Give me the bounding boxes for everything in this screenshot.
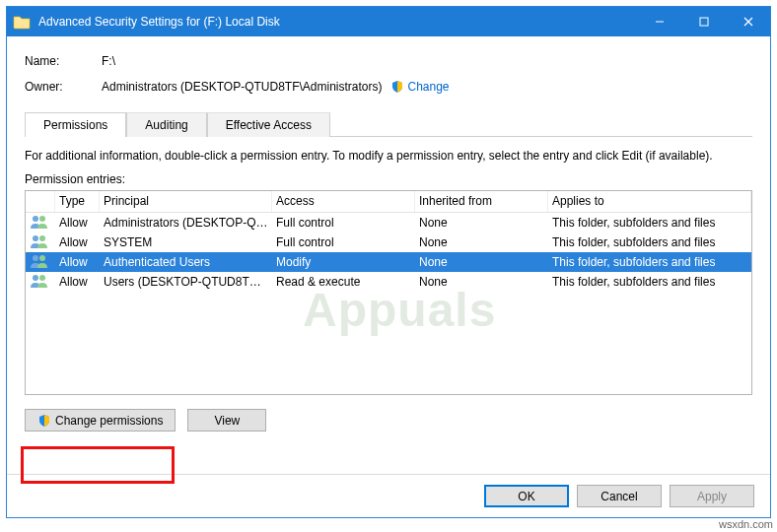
svg-point-4 — [39, 235, 45, 241]
folder-icon — [13, 14, 31, 30]
cell-inherited: None — [415, 233, 548, 251]
col-type[interactable]: Type — [55, 191, 100, 212]
cell-type: Allow — [55, 214, 100, 232]
cell-applies: This folder, subfolders and files — [548, 253, 751, 271]
shield-icon — [390, 80, 404, 94]
svg-rect-0 — [700, 18, 708, 26]
entries-label: Permission entries: — [25, 172, 752, 186]
grid-header: Type Principal Access Inherited from App… — [26, 191, 751, 213]
tabs: Permissions Auditing Effective Access — [25, 111, 752, 137]
security-settings-window: Advanced Security Settings for (F:) Loca… — [6, 6, 771, 518]
tab-permissions[interactable]: Permissions — [25, 112, 126, 137]
cell-principal: Administrators (DESKTOP-QT... — [100, 214, 272, 232]
svg-point-5 — [33, 255, 38, 261]
source-site: wsxdn.com — [719, 518, 773, 530]
col-applies[interactable]: Applies to — [548, 191, 751, 212]
permission-grid: Type Principal Access Inherited from App… — [25, 190, 752, 395]
svg-point-8 — [39, 275, 45, 281]
people-icon — [26, 271, 55, 294]
cell-applies: This folder, subfolders and files — [548, 233, 751, 251]
cell-principal: Users (DESKTOP-QTUD8TF\Us... — [100, 273, 272, 291]
titlebar: Advanced Security Settings for (F:) Loca… — [7, 7, 770, 36]
apply-button[interactable]: Apply — [670, 485, 754, 507]
grid-body: AllowAdministrators (DESKTOP-QT...Full c… — [26, 213, 751, 394]
cell-access: Full control — [272, 233, 415, 251]
change-link-text: Change — [408, 80, 450, 94]
minimize-button[interactable] — [637, 7, 681, 36]
svg-point-3 — [33, 235, 38, 241]
window-title: Advanced Security Settings for (F:) Loca… — [38, 15, 280, 29]
name-value: F:\ — [102, 54, 115, 68]
col-icon[interactable] — [26, 191, 55, 212]
svg-point-7 — [33, 275, 38, 281]
svg-point-6 — [39, 255, 45, 261]
view-button[interactable]: View — [187, 409, 266, 432]
cell-access: Modify — [272, 253, 415, 271]
cancel-button[interactable]: Cancel — [577, 485, 662, 507]
cell-access: Full control — [272, 214, 415, 232]
cell-inherited: None — [415, 214, 548, 232]
col-access[interactable]: Access — [272, 191, 415, 212]
maximize-button[interactable] — [681, 7, 726, 36]
cell-access: Read & execute — [272, 273, 415, 291]
owner-value: Administrators (DESKTOP-QTUD8TF\Administ… — [102, 80, 383, 94]
cell-applies: This folder, subfolders and files — [548, 214, 751, 232]
change-permissions-button[interactable]: Change permissions — [25, 409, 176, 432]
table-row[interactable]: AllowSYSTEMFull controlNoneThis folder, … — [26, 233, 751, 252]
cell-inherited: None — [415, 253, 548, 271]
table-row[interactable]: AllowAuthenticated UsersModifyNoneThis f… — [26, 252, 751, 272]
cell-principal: SYSTEM — [100, 233, 272, 251]
owner-label: Owner: — [25, 80, 102, 94]
hint-text: For additional information, double-click… — [25, 149, 752, 163]
change-owner-link[interactable]: Change — [390, 80, 450, 94]
name-label: Name: — [25, 54, 102, 68]
table-row[interactable]: AllowAdministrators (DESKTOP-QT...Full c… — [26, 213, 751, 233]
cell-principal: Authenticated Users — [100, 253, 272, 271]
cell-inherited: None — [415, 273, 548, 291]
change-permissions-label: Change permissions — [55, 414, 163, 428]
table-row[interactable]: AllowUsers (DESKTOP-QTUD8TF\Us...Read & … — [26, 272, 751, 292]
svg-point-2 — [39, 216, 45, 222]
cell-type: Allow — [55, 233, 100, 251]
tab-effective-access[interactable]: Effective Access — [207, 112, 330, 137]
tab-auditing[interactable]: Auditing — [126, 112, 206, 137]
shield-icon — [37, 414, 51, 428]
svg-point-1 — [33, 216, 38, 222]
cell-type: Allow — [55, 273, 100, 291]
close-button[interactable] — [726, 7, 770, 36]
dialog-footer: OK Cancel Apply — [7, 474, 770, 517]
col-inherited[interactable]: Inherited from — [415, 191, 548, 212]
col-principal[interactable]: Principal — [100, 191, 272, 212]
cell-type: Allow — [55, 253, 100, 271]
ok-button[interactable]: OK — [484, 485, 569, 507]
cell-applies: This folder, subfolders and files — [548, 273, 751, 291]
